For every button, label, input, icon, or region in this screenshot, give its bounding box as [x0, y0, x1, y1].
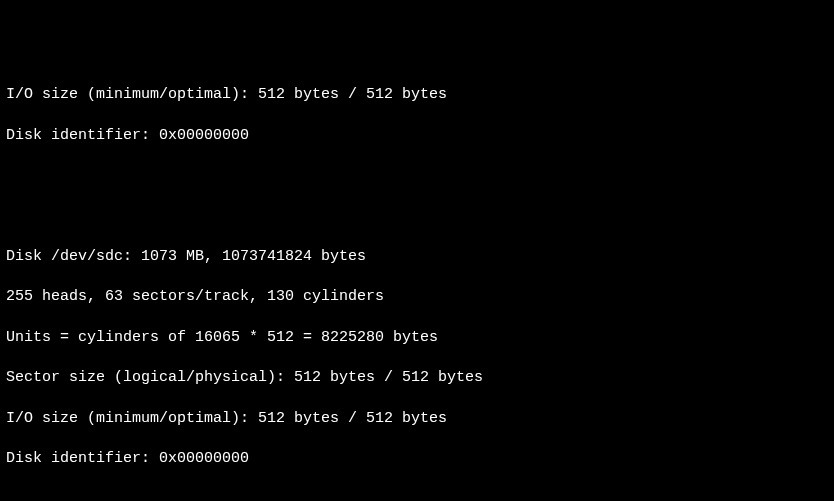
output-line-sector-size: Sector size (logical/physical): 512 byte…: [6, 368, 828, 388]
output-line-disk-sdc: Disk /dev/sdc: 1073 MB, 1073741824 bytes: [6, 247, 828, 267]
blank-line: [6, 490, 828, 502]
output-line-disk-id-2: Disk identifier: 0x00000000: [6, 449, 828, 469]
blank-line: [6, 166, 828, 186]
output-line-io-size-2: I/O size (minimum/optimal): 512 bytes / …: [6, 409, 828, 429]
output-line-heads: 255 heads, 63 sectors/track, 130 cylinde…: [6, 287, 828, 307]
output-line-disk-id-1: Disk identifier: 0x00000000: [6, 126, 828, 146]
output-line-units: Units = cylinders of 16065 * 512 = 82252…: [6, 328, 828, 348]
output-line-io-size-1: I/O size (minimum/optimal): 512 bytes / …: [6, 85, 828, 105]
blank-line: [6, 206, 828, 226]
